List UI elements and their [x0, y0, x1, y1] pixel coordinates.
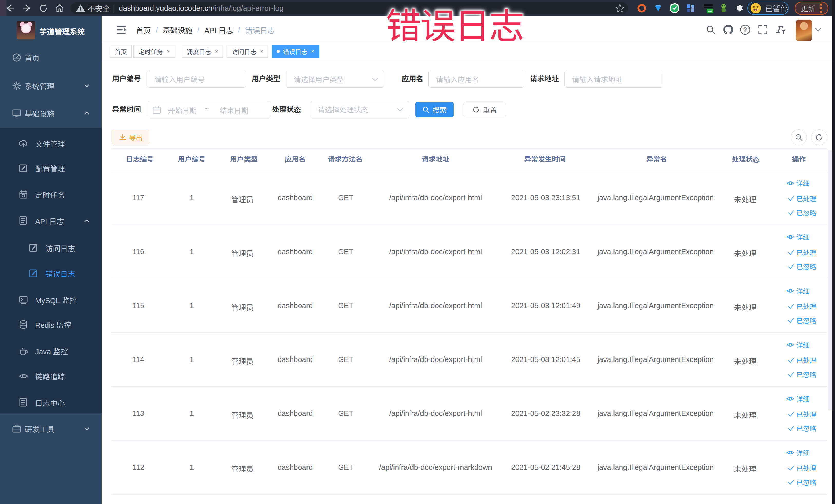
svg-text:?: ?: [744, 26, 747, 33]
svg-text:on: on: [708, 9, 712, 13]
